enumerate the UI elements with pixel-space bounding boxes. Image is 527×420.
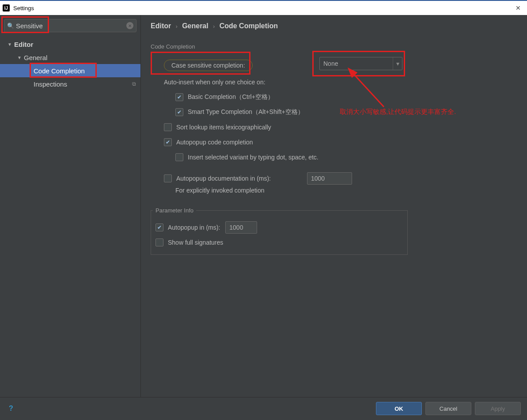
sidebar: 🔍 Sensitive ✕ ▼ Editor ▼ General Code Co… [0,15,141,397]
chevron-down-icon: ▼ [17,55,22,60]
tree-node-general[interactable]: ▼ General [0,51,140,64]
help-icon[interactable]: ? [6,404,16,413]
checkbox-icon [155,238,163,246]
chevron-right-icon: › [210,23,217,30]
section-parameter-info: Parameter Info Autopopup in (ms): 1000 S… [151,207,408,255]
settings-tree: ▼ Editor ▼ General Code Completion Inspe… [0,38,140,91]
window-title: Settings [13,5,34,11]
button-label: OK [394,405,403,412]
section-code-completion: Code Completion Case sensitive completio… [151,43,411,199]
tree-node-inspections[interactable]: Inspections ⧉ [0,77,140,91]
titlebar: IJ Settings ✕ [0,1,527,15]
app-icon: IJ [3,4,10,11]
checkbox-label: Autopopup in (ms): [168,224,220,231]
search-icon: 🔍 [7,23,14,29]
tree-label: Editor [14,41,33,48]
checkbox-icon [175,108,183,116]
apply-button[interactable]: Apply [475,402,521,415]
checkbox-icon [164,174,172,182]
section-legend: Code Completion [148,43,197,50]
checkbox-label: Autopopup documentation in (ms): [176,175,271,182]
search-input[interactable]: 🔍 Sensitive ✕ [4,19,136,32]
checkbox-icon [164,123,172,131]
auto-insert-label: Auto-insert when only one choice on: [164,79,265,86]
checkbox-label: Insert selected variant by typing dot, s… [188,154,318,161]
checkbox-sort-lookup[interactable]: Sort lookup items lexicographically [151,120,407,135]
ok-button[interactable]: OK [376,402,422,415]
checkbox-autopopup-code[interactable]: Autopopup code completion [151,135,407,150]
checkbox-insert-variant[interactable]: Insert selected variant by typing dot, s… [151,150,407,165]
checkbox-icon [175,93,183,101]
autopopup-param-ms-input[interactable]: 1000 [225,221,257,234]
input-value: 1000 [311,175,325,182]
input-value: 1000 [229,224,243,231]
dropdown-value: None [323,60,338,67]
close-icon[interactable]: ✕ [512,2,524,14]
checkbox-icon [164,138,172,146]
breadcrumb-part[interactable]: General [182,22,209,30]
section-legend: Parameter Info [153,207,196,214]
case-sensitive-label: Case sensitive completion: [164,60,253,71]
tree-node-code-completion[interactable]: Code Completion [0,64,140,77]
checkbox-icon [175,153,183,161]
checkbox-label: Sort lookup items lexicographically [176,124,271,131]
checkbox-label: Show full signatures [168,239,223,246]
checkbox-full-signatures[interactable]: Show full signatures [155,235,403,250]
search-value: Sensitive [16,22,126,30]
checkbox-icon [155,223,163,231]
breadcrumb-part: Code Completion [220,22,278,30]
button-label: Cancel [440,405,457,412]
breadcrumb: Editor › General › Code Completion [151,22,517,30]
annotation-text: 取消大小写敏感,让代码提示更丰富齐全. [340,108,456,116]
autopopup-doc-ms-input[interactable]: 1000 [307,172,352,185]
checkbox-label: Basic Completion（Ctrl+空格） [188,93,274,101]
copy-icon[interactable]: ⧉ [132,81,136,87]
chevron-right-icon: › [173,23,180,30]
button-label: Apply [491,405,505,412]
checkbox-autopopup-param[interactable]: Autopopup in (ms): 1000 [155,220,403,235]
cancel-button[interactable]: Cancel [425,402,471,415]
breadcrumb-part[interactable]: Editor [151,22,171,30]
bottom-bar: ? OK Cancel Apply [0,397,527,420]
clear-search-icon[interactable]: ✕ [126,22,133,29]
hint-text: For explicitly invoked completion [175,187,265,194]
chevron-down-icon: ▼ [7,42,12,47]
checkbox-autopopup-doc[interactable]: Autopopup documentation in (ms): 1000 [151,171,407,186]
checkbox-label: Smart Type Completion（Alt+Shift+空格） [188,108,304,116]
tree-label: General [24,54,47,61]
checkbox-label: Autopopup code completion [176,139,253,146]
content-pane: Editor › General › Code Completion Code … [141,15,527,397]
tree-label: Inspections [34,80,67,88]
annotation-arrow [344,67,397,111]
tree-label: Code Completion [34,67,85,75]
svg-line-0 [353,73,384,107]
tree-node-editor[interactable]: ▼ Editor [0,38,140,51]
